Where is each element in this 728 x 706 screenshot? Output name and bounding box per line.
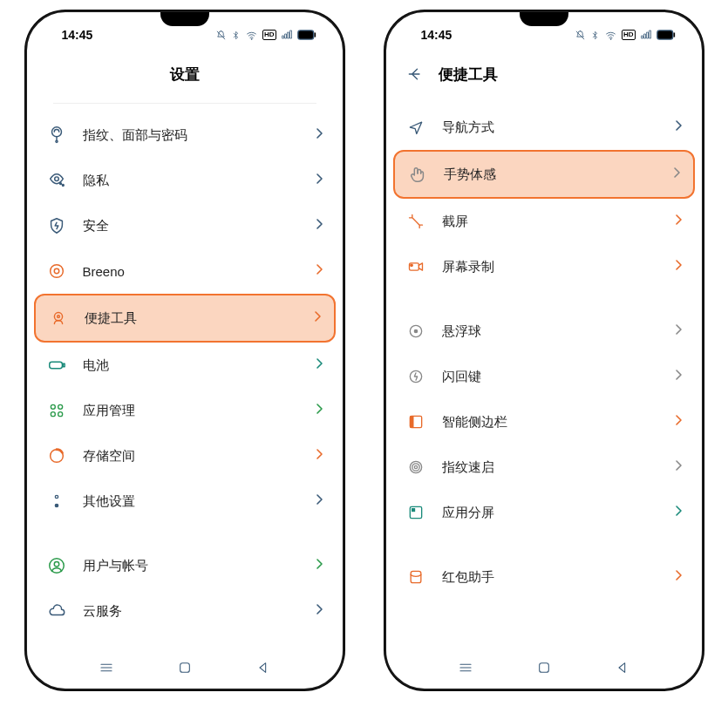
row-record[interactable]: 屏幕录制 — [393, 244, 695, 289]
sidebar-icon — [405, 411, 426, 432]
bluetooth-icon — [231, 30, 241, 41]
floatball-icon — [405, 321, 426, 342]
row-gesture[interactable]: 手势体感 — [393, 150, 695, 199]
svg-point-24 — [55, 504, 58, 506]
group-gap — [34, 524, 336, 543]
row-floatball[interactable]: 悬浮球 — [393, 309, 695, 354]
battery-icon — [657, 30, 676, 40]
fingerprint-icon — [46, 125, 67, 146]
svg-rect-48 — [539, 663, 548, 673]
volume-up-button[interactable] — [25, 165, 27, 205]
svg-point-21 — [58, 412, 62, 417]
signal-icon — [281, 30, 293, 40]
row-breeno[interactable]: Breeno — [34, 248, 336, 294]
svg-rect-1 — [282, 36, 284, 38]
row-other[interactable]: 其他设置 — [34, 479, 336, 524]
clock: 14:45 — [421, 28, 452, 42]
power-button[interactable] — [702, 191, 704, 262]
row-storage[interactable]: 存储空间 — [34, 433, 336, 479]
chevron-right-icon — [674, 505, 683, 520]
row-label: 指纹、面部与密码 — [83, 127, 315, 144]
row-security[interactable]: 安全 — [34, 203, 336, 248]
svg-point-14 — [54, 313, 62, 321]
chevron-right-icon — [315, 448, 323, 464]
back-button[interactable] — [405, 64, 425, 84]
recent-apps-button[interactable] — [457, 659, 474, 676]
chevron-right-icon — [315, 218, 323, 234]
group-gap — [393, 535, 695, 554]
navigation-icon — [405, 117, 426, 138]
apps-icon — [46, 400, 67, 421]
home-button[interactable] — [176, 659, 194, 676]
row-flashback[interactable]: 闪回键 — [393, 354, 695, 399]
svg-rect-32 — [650, 31, 651, 38]
svg-point-13 — [54, 268, 59, 274]
row-privacy[interactable]: 隐私 — [34, 158, 336, 203]
breeno-icon — [46, 261, 67, 282]
cloud-icon — [46, 601, 67, 621]
volume-up-button[interactable] — [384, 165, 386, 205]
home-button[interactable] — [535, 659, 553, 676]
svg-rect-6 — [314, 32, 316, 37]
chevron-right-icon — [674, 214, 683, 229]
row-label: 隐私 — [83, 173, 315, 189]
row-label: 其他设置 — [83, 493, 315, 510]
row-fpquick[interactable]: 指纹速启 — [393, 445, 695, 490]
row-fingerprint[interactable]: 指纹、面部与密码 — [34, 112, 336, 158]
group-gap — [393, 289, 695, 309]
chevron-right-icon — [672, 166, 681, 182]
svg-rect-5 — [297, 31, 313, 39]
row-label: 电池 — [83, 357, 315, 374]
row-splitscreen[interactable]: 应用分屏 — [393, 490, 695, 535]
recent-apps-button[interactable] — [98, 659, 115, 676]
chevron-right-icon — [315, 263, 323, 279]
svg-rect-29 — [642, 36, 643, 38]
svg-point-7 — [51, 127, 61, 137]
row-battery[interactable]: 电池 — [34, 343, 336, 388]
chevron-right-icon — [674, 569, 683, 585]
svg-point-0 — [251, 38, 252, 39]
status-icons: HD — [575, 30, 676, 41]
svg-rect-46 — [412, 508, 415, 512]
row-label: 安全 — [83, 218, 315, 234]
row-label: 截屏 — [442, 214, 674, 230]
page-title: 设置 — [170, 64, 200, 85]
page-header: 设置 — [27, 51, 343, 98]
row-cloud[interactable]: 云服务 — [34, 588, 336, 634]
row-redpacket[interactable]: 红包助手 — [393, 554, 695, 600]
chevron-right-icon — [315, 603, 323, 619]
back-button[interactable] — [255, 659, 272, 676]
redpacket-icon — [405, 567, 426, 587]
back-button[interactable] — [614, 659, 631, 676]
row-label: 导航方式 — [442, 119, 674, 136]
user-icon — [46, 555, 67, 576]
svg-point-18 — [51, 404, 55, 409]
security-icon — [46, 215, 67, 236]
svg-rect-4 — [290, 31, 292, 38]
volume-down-button[interactable] — [384, 214, 386, 286]
row-label: 便捷工具 — [85, 310, 313, 327]
svg-rect-16 — [49, 362, 62, 368]
svg-rect-30 — [644, 34, 646, 38]
row-user[interactable]: 用户与帐号 — [34, 543, 336, 588]
row-tools[interactable]: 便捷工具 — [34, 294, 336, 343]
screenshot-icon — [405, 211, 426, 232]
dnd-icon — [215, 30, 227, 41]
clock: 14:45 — [62, 28, 93, 42]
other-icon — [46, 491, 67, 512]
svg-rect-31 — [647, 32, 649, 38]
phone-right: 14:45 HD 便捷工具 导航方式 手势体感 截屏 — [384, 10, 704, 690]
tools-list[interactable]: 导航方式 手势体感 截屏 屏幕录制 悬浮球 闪回键 — [386, 98, 702, 647]
volume-down-button[interactable] — [25, 214, 27, 286]
power-button[interactable] — [343, 191, 344, 262]
notch — [160, 12, 209, 26]
chevron-right-icon — [674, 323, 683, 339]
svg-point-43 — [412, 464, 418, 471]
svg-point-36 — [410, 264, 412, 267]
chevron-right-icon — [315, 558, 323, 574]
row-apps[interactable]: 应用管理 — [34, 388, 336, 433]
row-sidebar[interactable]: 智能侧边栏 — [393, 399, 695, 445]
settings-list[interactable]: 指纹、面部与密码 隐私 安全 Breeno 便捷工具 电池 — [27, 98, 343, 647]
row-screenshot[interactable]: 截屏 — [393, 199, 695, 244]
row-navigation[interactable]: 导航方式 — [393, 105, 695, 150]
